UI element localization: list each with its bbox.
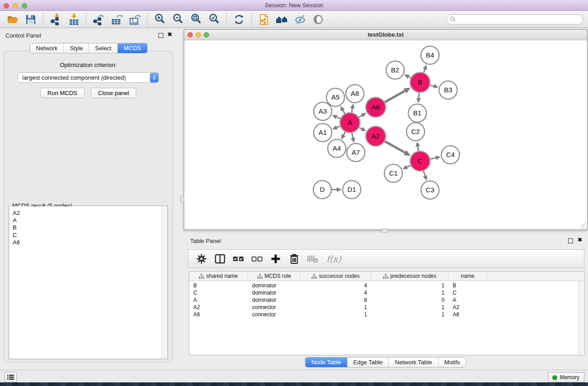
node-B[interactable]: B: [410, 72, 430, 92]
node-B3[interactable]: B3: [439, 81, 457, 99]
open-session-button[interactable]: [4, 12, 22, 27]
edge-A2-C[interactable]: [385, 141, 411, 156]
vertical-splitter-handle[interactable]: [180, 196, 184, 202]
table-settings-button[interactable]: [196, 253, 207, 265]
network-canvas[interactable]: B4B2BB3A5A8A6A3B1AC2A1A2A4A7C4CC1C3DD1: [184, 40, 587, 229]
save-session-button[interactable]: [22, 12, 40, 27]
node-A1[interactable]: A1: [314, 124, 332, 142]
edge-A-A4[interactable]: [341, 132, 345, 139]
edge-A-A3[interactable]: [332, 115, 340, 119]
export-table-button[interactable]: [108, 12, 126, 27]
edge-B-B3[interactable]: [430, 84, 439, 88]
zoom-in-button[interactable]: [151, 12, 169, 27]
node-A7[interactable]: A7: [347, 143, 365, 162]
tab-edge-table[interactable]: Edge Table: [347, 357, 388, 367]
edge-A-A6[interactable]: [359, 113, 367, 117]
edge-D-D1[interactable]: [332, 187, 342, 192]
memory-button[interactable]: Memory: [548, 372, 584, 382]
edge-B-B2[interactable]: [404, 75, 411, 79]
network-close-button[interactable]: [187, 32, 193, 38]
zoom-fit-button[interactable]: [187, 12, 205, 27]
node-A8[interactable]: A8: [346, 85, 364, 103]
float-panel-icon[interactable]: [568, 238, 573, 243]
select-all-button[interactable]: [233, 253, 244, 265]
column-header-shared-name[interactable]: shared name: [189, 272, 248, 281]
edge-A-A7[interactable]: [351, 133, 355, 143]
create-column-button[interactable]: [270, 253, 282, 265]
node-A3[interactable]: A3: [314, 102, 332, 120]
column-header-name[interactable]: name: [449, 272, 487, 281]
edge-B-B1[interactable]: [416, 93, 421, 103]
search-field[interactable]: [446, 14, 583, 24]
node-C4[interactable]: C4: [441, 146, 459, 164]
show-column-button[interactable]: [214, 253, 226, 265]
new-network-from-selection-button[interactable]: [255, 12, 273, 27]
network-zoom-button[interactable]: [204, 32, 209, 38]
export-image-button[interactable]: [126, 12, 144, 27]
search-input[interactable]: [456, 16, 583, 23]
float-panel-icon[interactable]: [158, 33, 163, 38]
close-panel-button[interactable]: Close panel: [91, 88, 137, 98]
result-scrollbar[interactable]: [161, 206, 167, 358]
edge-C-C1[interactable]: [402, 165, 411, 169]
edge-B-B4[interactable]: [423, 65, 427, 73]
deselect-all-button[interactable]: [251, 253, 263, 265]
edge-A-A2[interactable]: [359, 127, 366, 131]
edge-A-A5[interactable]: [340, 106, 345, 114]
table-row[interactable]: Bdominator41B: [189, 282, 584, 289]
delete-table-button-disabled[interactable]: [307, 253, 319, 265]
import-network-button[interactable]: [47, 12, 65, 27]
result-item[interactable]: A6: [13, 239, 167, 246]
criterion-dropdown[interactable]: largest connected component (directed) ▲…: [18, 72, 159, 83]
node-A4[interactable]: A4: [328, 139, 346, 157]
table-row[interactable]: A2connector11A2: [189, 304, 584, 311]
tab-node-table[interactable]: Node Table: [306, 357, 347, 367]
edge-C-C3[interactable]: [423, 171, 427, 181]
table-row[interactable]: Cdominator41C: [189, 289, 584, 296]
zoom-window-button[interactable]: [22, 3, 27, 9]
node-A5[interactable]: A5: [326, 88, 344, 106]
zoom-out-button[interactable]: [169, 12, 187, 27]
network-minimize-button[interactable]: [196, 32, 201, 38]
node-A2[interactable]: A2: [366, 126, 386, 146]
column-header-predecessor-nodes[interactable]: predecessor nodes: [371, 272, 449, 281]
task-history-button[interactable]: [5, 372, 17, 382]
hide-panel-button[interactable]: [291, 12, 309, 27]
node-D[interactable]: D: [313, 181, 331, 199]
edge-C-C2[interactable]: [416, 142, 420, 151]
close-panel-icon[interactable]: ✖: [167, 31, 172, 38]
node-C2[interactable]: C2: [406, 123, 425, 141]
node-C3[interactable]: C3: [421, 181, 439, 199]
import-table-button[interactable]: [65, 12, 83, 27]
function-builder-button[interactable]: f(x): [326, 254, 341, 264]
show-all-networks-button[interactable]: [273, 12, 291, 27]
zoom-selected-button[interactable]: [205, 12, 223, 27]
edge-A6-B[interactable]: [385, 88, 411, 102]
node-A[interactable]: A: [340, 113, 360, 133]
horizontal-splitter-handle[interactable]: [382, 229, 388, 233]
result-item[interactable]: B: [13, 224, 167, 231]
node-D1[interactable]: D1: [343, 181, 361, 199]
node-C1[interactable]: C1: [384, 164, 402, 182]
show-panel-button[interactable]: [309, 12, 327, 27]
tab-motifs[interactable]: Motifs: [438, 357, 466, 367]
result-item[interactable]: C: [13, 232, 167, 239]
table-row[interactable]: A6connector11A6: [189, 311, 584, 318]
run-mcds-button[interactable]: Run MCDS: [40, 88, 85, 98]
table-row[interactable]: Adominator80A: [189, 296, 584, 304]
tab-network-table[interactable]: Network Table: [388, 357, 438, 367]
apply-layout-button[interactable]: [230, 12, 248, 27]
edge-C-C4[interactable]: [430, 156, 441, 160]
export-network-button[interactable]: [90, 12, 108, 27]
mcds-result-list[interactable]: A2ABCA6: [10, 206, 167, 358]
node-A6[interactable]: A6: [366, 97, 386, 117]
result-item[interactable]: A: [13, 217, 167, 224]
column-header-MCDS-role[interactable]: MCDS role: [248, 272, 301, 281]
table-scrollbar[interactable]: [578, 281, 584, 354]
close-window-button[interactable]: [4, 3, 9, 9]
tab-select[interactable]: Select: [89, 43, 117, 53]
node-C[interactable]: C: [410, 151, 430, 171]
node-B4[interactable]: B4: [421, 46, 439, 64]
delete-column-button[interactable]: [288, 253, 300, 265]
node-B2[interactable]: B2: [386, 61, 404, 79]
